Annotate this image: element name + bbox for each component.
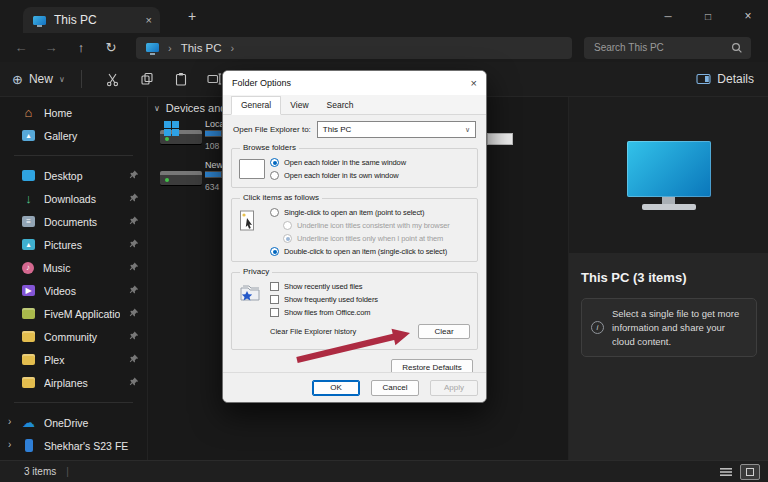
large-icons-view-button[interactable] [740,464,760,480]
sidebar-item-label: FiveM Application Data [44,308,120,320]
sidebar-item[interactable]: › FiveM Application Data [0,302,147,325]
monitor-stand [662,197,675,204]
radio-icon[interactable] [270,208,279,217]
tab-this-pc[interactable]: This PC × [23,7,160,33]
sidebar-item[interactable]: › ⌂ Home [0,101,147,124]
sidebar-item-label: Music [43,262,120,274]
tab-close-icon[interactable]: × [146,14,152,26]
rename-icon [207,72,222,86]
cut-button[interactable] [96,72,130,87]
radio-option[interactable]: Underline icon titles only when I point … [283,232,472,245]
maximize-button[interactable]: □ [688,0,728,33]
radio-option[interactable]: Open each folder in the same window [270,156,472,169]
new-tab-button[interactable]: + [188,8,196,26]
sidebar-item-icon: ⌂ [22,107,35,118]
sidebar-item-label: Desktop [44,170,120,182]
sidebar-item[interactable]: › Airplanes [0,371,147,394]
sidebar-item[interactable]: › ♪ Music [0,256,147,279]
sidebar-item[interactable]: › ▶ Videos [0,279,147,302]
radio-label: Underline icon titles only when I point … [297,234,443,243]
radio-icon[interactable] [283,234,292,243]
refresh-icon[interactable]: ↻ [96,40,126,55]
tab-title: This PC [54,13,97,27]
sidebar-item-icon [25,439,33,452]
expand-chevron-icon[interactable]: › [8,439,11,450]
radio-icon[interactable] [270,158,279,167]
clear-button[interactable]: Clear [418,324,470,339]
title-bar: This PC × + ─ □ × [0,0,768,33]
devices-and-drives-header[interactable]: ∨ Devices and [154,102,226,114]
checkbox-icon[interactable] [270,308,279,317]
click-items-group: Click items as follows Single-click to o… [231,198,478,262]
sidebar-item-label: Downloads [44,193,120,205]
sidebar-item-label: Shekhar's S23 FE [44,440,130,452]
drive-capacity-bar-fragment [487,133,513,145]
radio-icon[interactable] [270,247,279,256]
folder-window-icon [239,159,265,179]
collapse-chevron-icon[interactable]: ∨ [154,104,160,113]
sidebar-item[interactable]: › ▴ Pictures [0,233,147,256]
sidebar-item[interactable]: › Plex [0,348,147,371]
expand-chevron-icon[interactable]: › [8,416,11,427]
sidebar-item[interactable]: › ☁ OneDrive [0,411,147,434]
up-icon[interactable]: ↑ [66,40,96,55]
dialog-tab[interactable]: View [281,97,317,114]
details-view-button[interactable] [716,464,736,480]
close-button[interactable]: × [728,0,768,33]
radio-label: Single-click to open an item (point to s… [284,208,424,217]
sidebar-item-label: Videos [44,285,120,297]
checkbox-icon[interactable] [270,295,279,304]
forward-icon[interactable]: → [36,40,66,55]
radio-option[interactable]: Underline icon titles consistent with my… [283,219,472,232]
address-bar[interactable]: › This PC › [136,37,572,59]
minimize-button[interactable]: ─ [648,0,688,33]
copy-button[interactable] [130,72,164,86]
sidebar-item-icon [22,377,35,388]
checkbox-option[interactable]: Show frequently used folders [270,293,472,306]
sidebar-item[interactable]: › Shekhar's S23 FE [0,434,147,457]
sidebar-item[interactable]: › ▴ Gallery [0,124,147,147]
sidebar-item[interactable]: › Desktop [0,164,147,187]
dialog-tab[interactable]: Search [318,97,363,114]
radio-icon[interactable] [283,221,292,230]
sidebar-item-label: Gallery [44,130,120,142]
sidebar-item[interactable]: › ↓ Downloads [0,187,147,210]
pin-icon [129,331,139,343]
dialog-title: Folder Options [232,78,291,88]
sidebar-item-label: Home [44,107,120,119]
sidebar-item-label: Documents [44,216,120,228]
sidebar-item[interactable]: › ≡ Documents [0,210,147,233]
radio-option[interactable]: Open each folder in its own window [270,169,472,182]
drive-size: 108 [205,141,219,151]
radio-label: Underline icon titles consistent with my… [297,221,450,230]
dialog-close-icon[interactable]: × [471,77,477,89]
paste-button[interactable] [164,72,198,86]
scissors-icon [105,72,120,87]
ok-button[interactable]: OK [312,380,360,396]
new-button[interactable]: ⊕ New ∨ [12,72,65,87]
checkbox-option[interactable]: Show files from Office.com [270,306,472,319]
back-icon[interactable]: ← [6,40,36,55]
checkbox-option[interactable]: Show recently used files [270,280,472,293]
open-to-dropdown[interactable]: This PC ∨ [317,121,476,138]
monitor-base [642,204,696,210]
cancel-button[interactable]: Cancel [371,380,419,396]
pin-icon [129,285,139,297]
dialog-tab[interactable]: General [231,96,281,115]
sidebar-item[interactable]: › Community [0,325,147,348]
radio-icon[interactable] [270,171,279,180]
toolbar-divider [81,70,82,88]
large-icons-view-icon [746,468,754,476]
click-pointer-icon [239,210,257,240]
sidebar-divider [14,402,133,403]
breadcrumb-separator: › [168,42,172,54]
radio-label: Open each folder in the same window [284,158,406,167]
radio-option[interactable]: Double-click to open an item (single-cli… [270,245,472,258]
details-button[interactable]: Details [696,72,754,86]
breadcrumb[interactable]: This PC [181,42,222,54]
windows-logo-icon [164,121,179,136]
search-input[interactable]: Search This PC [584,37,751,59]
checkbox-icon[interactable] [270,282,279,291]
folder-options-dialog: Folder Options × General View Search Ope… [222,70,487,403]
radio-option[interactable]: Single-click to open an item (point to s… [270,206,472,219]
